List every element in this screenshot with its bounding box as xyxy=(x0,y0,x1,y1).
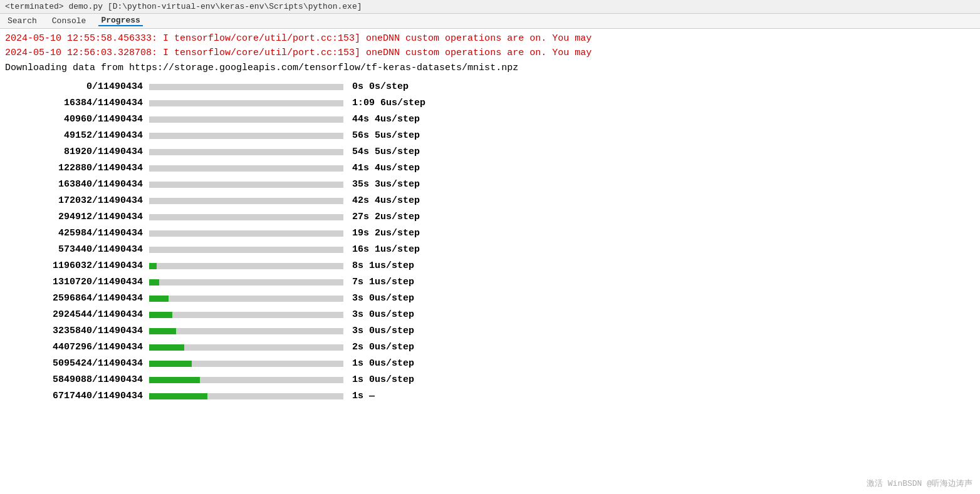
progress-label: 16384/11490434 xyxy=(5,96,149,110)
progress-row: 425984/1149043419s 2us/step xyxy=(5,225,975,242)
progress-bar-container xyxy=(149,165,343,172)
progress-label: 2596864/11490434 xyxy=(5,291,149,306)
progress-row: 2596864/114904343s 0us/step xyxy=(5,291,975,307)
progress-bar-container xyxy=(149,361,343,367)
progress-row: 294912/1149043427s 2us/step xyxy=(5,209,975,225)
progress-bar-container xyxy=(149,312,343,318)
progress-row: 5849088/114904341s 0us/step xyxy=(5,372,975,388)
progress-row: 573440/1149043416s 1us/step xyxy=(5,242,975,258)
progress-time: 8s 1us/step xyxy=(352,259,414,273)
watermark: 激活 WinBSDN @听海边涛声 xyxy=(867,478,972,489)
progress-section: 0/114904340s 0s/step16384/114904341:09 6… xyxy=(5,79,975,404)
progress-row: 16384/114904341:09 6us/step xyxy=(5,95,975,111)
progress-bar-container xyxy=(149,198,343,204)
progress-time: 1s 0us/step xyxy=(352,373,414,387)
log-line-3: Downloading data from https://storage.go… xyxy=(5,61,975,75)
progress-time: 27s 2us/step xyxy=(352,210,420,224)
progress-label: 81920/11490434 xyxy=(5,145,149,159)
progress-row: 172032/1149043442s 4us/step xyxy=(5,193,975,209)
progress-bar-container xyxy=(149,230,343,237)
progress-bar-container xyxy=(149,247,343,253)
progress-row: 81920/1149043454s 5us/step xyxy=(5,144,975,160)
progress-bar-container xyxy=(149,344,343,351)
progress-row: 49152/1149043456s 5us/step xyxy=(5,128,975,144)
progress-label: 49152/11490434 xyxy=(5,128,149,143)
progress-time: 7s 1us/step xyxy=(352,275,414,289)
progress-bar-container xyxy=(149,328,343,334)
log-line-1: 2024-05-10 12:55:58.456333: I tensorflow… xyxy=(5,31,975,46)
tab-bar: Search Console Progress xyxy=(0,14,980,29)
tab-progress[interactable]: Progress xyxy=(98,16,142,26)
progress-bar-fill xyxy=(149,263,157,269)
progress-label: 3235840/11490434 xyxy=(5,324,149,338)
progress-label: 5849088/11490434 xyxy=(5,373,149,387)
progress-time: 0s 0s/step xyxy=(352,80,409,94)
progress-bar-fill xyxy=(149,312,172,318)
progress-bar-fill xyxy=(149,344,184,351)
progress-bar-container xyxy=(149,100,343,106)
progress-bar-fill xyxy=(149,361,192,367)
progress-row: 1310720/114904347s 1us/step xyxy=(5,274,975,291)
progress-bar-container xyxy=(149,393,343,399)
terminal-header: <terminated> demo.py [D:\python-virtual-… xyxy=(0,0,980,14)
progress-bar-fill xyxy=(149,279,159,286)
progress-bar-fill xyxy=(149,377,200,383)
progress-row: 6717440/114904341s — xyxy=(5,388,975,404)
progress-bar-fill xyxy=(149,328,176,334)
path-text: <terminated> demo.py [D:\python-virtual-… xyxy=(5,2,362,11)
progress-bar-container xyxy=(149,214,343,220)
progress-bar-container xyxy=(149,279,343,286)
progress-time: 35s 3us/step xyxy=(352,177,420,192)
progress-bar-fill xyxy=(149,393,207,399)
progress-label: 6717440/11490434 xyxy=(5,389,149,403)
progress-time: 19s 2us/step xyxy=(352,226,420,240)
progress-time: 3s 0us/step xyxy=(352,291,414,306)
progress-row: 3235840/114904343s 0us/step xyxy=(5,323,975,339)
progress-time: 56s 5us/step xyxy=(352,128,420,143)
progress-time: 3s 0us/step xyxy=(352,307,414,322)
progress-row: 122880/1149043441s 4us/step xyxy=(5,160,975,177)
progress-time: 1s — xyxy=(352,389,375,403)
content-area: 2024-05-10 12:55:58.456333: I tensorflow… xyxy=(0,29,980,407)
progress-bar-container xyxy=(149,133,343,139)
progress-bar-container xyxy=(149,116,343,123)
progress-time: 3s 0us/step xyxy=(352,324,414,338)
progress-bar-container xyxy=(149,296,343,302)
progress-time: 1s 0us/step xyxy=(352,356,414,371)
progress-time: 54s 5us/step xyxy=(352,145,420,159)
progress-row: 163840/1149043435s 3us/step xyxy=(5,177,975,193)
progress-time: 1:09 6us/step xyxy=(352,96,425,110)
progress-row: 1196032/114904348s 1us/step xyxy=(5,258,975,274)
progress-row: 40960/1149043444s 4us/step xyxy=(5,111,975,128)
progress-label: 573440/11490434 xyxy=(5,242,149,257)
progress-label: 425984/11490434 xyxy=(5,226,149,240)
progress-row: 0/114904340s 0s/step xyxy=(5,79,975,95)
tab-search[interactable]: Search xyxy=(5,16,39,26)
progress-label: 5095424/11490434 xyxy=(5,356,149,371)
progress-time: 44s 4us/step xyxy=(352,112,420,126)
progress-time: 2s 0us/step xyxy=(352,340,414,354)
progress-bar-container xyxy=(149,182,343,188)
progress-bar-fill xyxy=(149,296,169,302)
progress-label: 294912/11490434 xyxy=(5,210,149,224)
progress-row: 5095424/114904341s 0us/step xyxy=(5,356,975,372)
progress-label: 2924544/11490434 xyxy=(5,307,149,322)
progress-time: 42s 4us/step xyxy=(352,193,420,208)
progress-label: 163840/11490434 xyxy=(5,177,149,192)
progress-time: 16s 1us/step xyxy=(352,242,420,257)
progress-bar-container xyxy=(149,263,343,269)
progress-bar-container xyxy=(149,84,343,90)
progress-bar-container xyxy=(149,377,343,383)
progress-label: 1310720/11490434 xyxy=(5,275,149,289)
progress-label: 1196032/11490434 xyxy=(5,259,149,273)
progress-label: 172032/11490434 xyxy=(5,193,149,208)
progress-row: 2924544/114904343s 0us/step xyxy=(5,307,975,323)
progress-time: 41s 4us/step xyxy=(352,161,420,175)
progress-label: 4407296/11490434 xyxy=(5,340,149,354)
log-line-2: 2024-05-10 12:56:03.328708: I tensorflow… xyxy=(5,46,975,60)
progress-label: 0/11490434 xyxy=(5,80,149,94)
progress-label: 122880/11490434 xyxy=(5,161,149,175)
tab-console[interactable]: Console xyxy=(50,16,89,26)
progress-bar-container xyxy=(149,149,343,155)
progress-label: 40960/11490434 xyxy=(5,112,149,126)
